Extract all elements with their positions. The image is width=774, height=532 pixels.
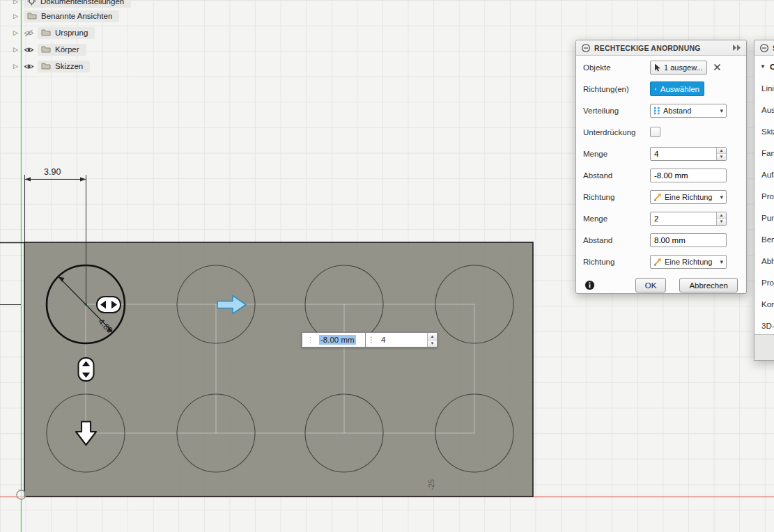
info-icon[interactable] bbox=[585, 280, 595, 290]
dialog-header[interactable]: RECHTECKIGE ANORDNUNG bbox=[576, 40, 746, 56]
spinner-up-icon[interactable]: ▲ bbox=[717, 212, 726, 219]
palette-group-options[interactable]: ▼ Op bbox=[754, 56, 774, 77]
palette-item-ausrichten[interactable]: Ausr bbox=[754, 99, 774, 120]
browser-item-label: Ursprung bbox=[55, 29, 88, 37]
rectangular-pattern-dialog: RECHTECKIGE ANORDNUNG Objekte 1 ausgew..… bbox=[575, 40, 747, 294]
cursor-icon bbox=[654, 63, 661, 72]
browser-item-koerper[interactable]: ▷ Körper bbox=[0, 42, 86, 57]
spinner-down-icon[interactable]: ▼ bbox=[717, 219, 726, 225]
folder-icon bbox=[27, 12, 37, 19]
distance2-input[interactable] bbox=[650, 233, 727, 247]
clear-selection-button[interactable] bbox=[713, 63, 721, 71]
fast-forward-icon[interactable] bbox=[733, 45, 741, 51]
inline-distance-value: -8.00 mm bbox=[319, 335, 356, 345]
gear-icon bbox=[27, 0, 36, 6]
row-objekte: Objekte 1 ausgew... bbox=[576, 56, 746, 78]
row-unterdrueckung: Unterdrückung bbox=[576, 121, 746, 143]
drag-grip-icon[interactable]: ⋮ bbox=[366, 332, 377, 347]
palette-item-label: Linie bbox=[761, 84, 774, 93]
distance1-input[interactable] bbox=[650, 169, 727, 182]
palette-item-skizzieren[interactable]: Skiz bbox=[754, 120, 774, 142]
quantity2-spinner[interactable]: ▲▼ bbox=[716, 212, 726, 225]
collapse-icon[interactable] bbox=[581, 43, 591, 53]
palette-item-bemassung[interactable]: Bema bbox=[754, 228, 774, 250]
browser-item-label: Benannte Ansichten bbox=[41, 12, 112, 20]
palette-item-label: Ausr bbox=[761, 106, 774, 114]
origin-marker[interactable] bbox=[17, 490, 26, 499]
eye-icon[interactable] bbox=[24, 63, 35, 70]
chevron-down-icon: ▾ bbox=[720, 258, 723, 265]
chevron-right-icon[interactable]: ▷ bbox=[13, 58, 20, 74]
dialog-title: RECHTECKIGE ANORDNUNG bbox=[594, 44, 701, 52]
palette-item-3d-skizze[interactable]: 3D-S bbox=[754, 315, 774, 336]
count-spinner[interactable]: ▲▼ bbox=[427, 333, 437, 347]
width-dimension-label[interactable]: 3.90 bbox=[44, 167, 61, 177]
quantity1-label: Menge bbox=[583, 150, 650, 158]
inline-pattern-inputs: ⋮ -8.00 mm ⋮ 4 ▲▼ bbox=[302, 332, 438, 347]
palette-item-aufschauen[interactable]: Aufs bbox=[754, 164, 774, 185]
palette-item-konstruktion[interactable]: Kons bbox=[754, 293, 774, 315]
chevron-down-icon: ▼ bbox=[760, 63, 766, 70]
chevron-right-icon[interactable]: ▷ bbox=[13, 25, 20, 40]
grid-coordinate-label: -25 bbox=[427, 479, 435, 490]
spacing-icon bbox=[653, 107, 660, 115]
spinner-down-icon[interactable]: ▼ bbox=[717, 154, 726, 160]
palette-item-label: Punk bbox=[761, 214, 774, 222]
palette-item-punkt[interactable]: Punk bbox=[754, 207, 774, 228]
palette-item-linie[interactable]: Linie bbox=[754, 77, 774, 99]
dim-arrowhead bbox=[25, 178, 31, 182]
chevron-right-icon[interactable]: ▷ bbox=[13, 42, 20, 57]
inline-count-input[interactable]: 4 ▲▼ bbox=[377, 332, 438, 347]
browser-item-skizzen[interactable]: ▷ Skizzen bbox=[0, 58, 90, 74]
palette-item-projizieren[interactable]: Proji bbox=[754, 272, 774, 293]
palette-item-fang[interactable]: Fang bbox=[754, 142, 774, 164]
quantity1-spinner[interactable]: ▲▼ bbox=[716, 148, 726, 160]
quantity1-input[interactable] bbox=[651, 148, 716, 160]
browser-item-label: Dokumenteinstellungen bbox=[40, 0, 124, 6]
browser-item-benannte-ansichten[interactable]: ▷ Benannte Ansichten bbox=[0, 8, 119, 24]
distance2-label: Abstand bbox=[583, 236, 650, 244]
spinner-down-icon[interactable]: ▼ bbox=[428, 341, 437, 347]
palette-item-label: Bema bbox=[761, 235, 774, 244]
direction1-dropdown[interactable]: Eine Richtung ▾ bbox=[650, 190, 727, 204]
direction2-dropdown[interactable]: Eine Richtung ▾ bbox=[650, 255, 727, 269]
browser-item-label: Skizzen bbox=[55, 62, 83, 70]
ok-button[interactable]: OK bbox=[635, 278, 667, 292]
palette-item-label: Abhä bbox=[761, 257, 774, 265]
eye-off-icon[interactable] bbox=[24, 29, 35, 37]
directions-select-button[interactable]: Auswählen bbox=[650, 81, 704, 96]
eye-icon[interactable] bbox=[24, 46, 35, 54]
inline-distance-input[interactable]: ⋮ -8.00 mm bbox=[302, 332, 366, 347]
cancel-button[interactable]: Abbrechen bbox=[679, 278, 738, 292]
collapse-icon[interactable] bbox=[759, 43, 769, 53]
objects-select-button[interactable]: 1 ausgew... bbox=[650, 61, 707, 75]
horizontal-flip-handle[interactable] bbox=[97, 297, 121, 313]
chevron-right-icon[interactable]: ▷ bbox=[13, 8, 20, 24]
palette-item-label: Profi bbox=[761, 192, 774, 201]
palette-item-label: Fang bbox=[761, 149, 774, 157]
row-verteilung: Verteilung Abstand ▾ bbox=[576, 100, 746, 121]
spinner-up-icon[interactable]: ▲ bbox=[428, 333, 437, 341]
row-menge-1: Menge ▲▼ bbox=[576, 143, 746, 164]
palette-item-abhaengigkeiten[interactable]: Abhä bbox=[754, 250, 774, 272]
quantity2-input[interactable] bbox=[651, 212, 716, 225]
objects-value: 1 ausgew... bbox=[664, 63, 703, 72]
distribution-dropdown[interactable]: Abstand ▾ bbox=[650, 104, 727, 118]
one-direction-icon bbox=[653, 193, 662, 201]
sketch-palette: SK ▼ Op Linie Ausr Skiz Fang Aufs Profi … bbox=[754, 40, 774, 361]
vertical-flip-handle[interactable] bbox=[79, 358, 94, 381]
palette-header[interactable]: SK bbox=[754, 40, 774, 56]
row-richtung-2: Richtung Eine Richtung ▾ bbox=[576, 251, 746, 272]
folder-icon bbox=[41, 45, 51, 53]
direction1-label: Richtung bbox=[583, 193, 650, 201]
directions-label: Richtung(en) bbox=[583, 85, 650, 93]
palette-item-profil[interactable]: Profi bbox=[754, 185, 774, 207]
body-face[interactable] bbox=[24, 242, 533, 496]
drag-grip-icon[interactable]: ⋮ bbox=[307, 336, 314, 345]
folder-icon bbox=[41, 29, 51, 36]
suppression-checkbox[interactable] bbox=[650, 127, 660, 137]
spinner-up-icon[interactable]: ▲ bbox=[717, 148, 726, 155]
direction1-value: Eine Richtung bbox=[665, 193, 718, 201]
browser-item-ursprung[interactable]: ▷ Ursprung bbox=[0, 25, 95, 40]
close-icon bbox=[713, 63, 721, 71]
